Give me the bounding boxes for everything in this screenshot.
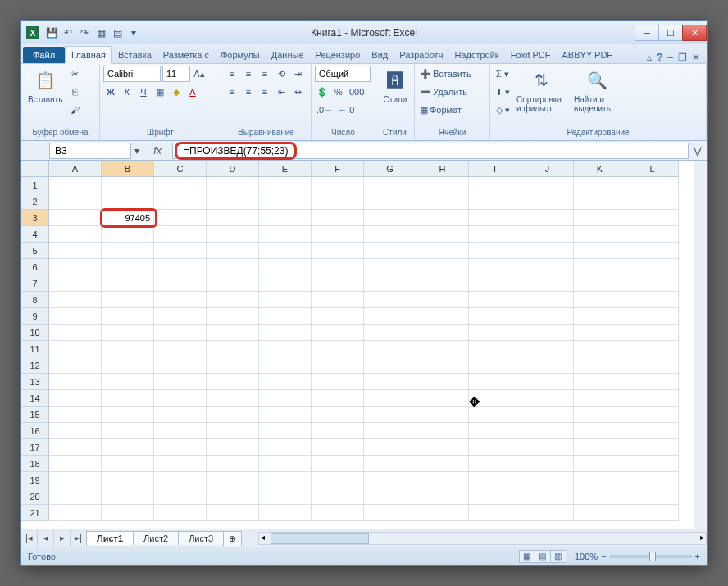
cell[interactable] [49, 472, 102, 488]
sheet-tab[interactable]: Лист1 [86, 531, 134, 545]
cell[interactable] [154, 439, 207, 456]
cell[interactable] [626, 407, 679, 423]
zoom-out-icon[interactable]: − [601, 552, 606, 561]
cell[interactable]: 97405 [102, 210, 154, 226]
cell[interactable] [574, 259, 626, 275]
horizontal-scrollbar[interactable]: ◂ ▸ [258, 532, 707, 545]
cell[interactable] [364, 243, 416, 259]
cell[interactable] [574, 275, 626, 292]
cell[interactable] [154, 259, 207, 275]
bold-icon[interactable]: Ж [103, 84, 118, 100]
cell[interactable] [312, 439, 364, 456]
mdi-restore-icon[interactable]: ❐ [678, 52, 687, 63]
cell[interactable] [521, 472, 574, 488]
cell[interactable] [259, 407, 312, 423]
cell[interactable] [207, 357, 259, 374]
cell[interactable] [259, 210, 312, 226]
tab-foxit[interactable]: Foxit PDF [505, 47, 557, 63]
qat-btn[interactable]: ▤ [110, 25, 125, 40]
cell[interactable] [154, 488, 207, 505]
styles-button[interactable]: 🅰 Стили [379, 66, 412, 106]
cell[interactable] [574, 193, 626, 210]
cell[interactable] [416, 292, 469, 308]
cell[interactable] [259, 325, 312, 341]
align-middle-icon[interactable]: ≡ [241, 66, 256, 82]
row-headers[interactable]: 123456789101112131415161718192021 [21, 177, 49, 529]
cell[interactable] [207, 456, 259, 472]
font-size-combo[interactable]: 11 [162, 66, 190, 82]
cell[interactable] [574, 407, 626, 423]
cell[interactable] [154, 505, 207, 521]
cell[interactable] [469, 325, 521, 341]
cell[interactable] [154, 423, 207, 439]
cell[interactable] [102, 177, 154, 193]
cell[interactable] [626, 456, 679, 472]
cell[interactable] [521, 505, 574, 521]
format-painter-icon[interactable]: 🖌 [67, 102, 82, 118]
cell[interactable] [626, 374, 679, 390]
cell[interactable] [154, 325, 207, 341]
cell[interactable] [416, 472, 469, 488]
cell[interactable] [416, 505, 469, 521]
cell[interactable] [469, 259, 521, 275]
cell[interactable] [259, 423, 312, 439]
minimize-ribbon-icon[interactable]: ▵ [647, 52, 652, 63]
cell[interactable] [259, 308, 312, 325]
cell[interactable] [364, 456, 416, 472]
cell[interactable] [154, 472, 207, 488]
cell[interactable] [102, 292, 154, 308]
cell[interactable] [102, 341, 154, 357]
cell[interactable] [626, 193, 679, 210]
cell[interactable] [416, 488, 469, 505]
tab-addins[interactable]: Надстройк [448, 47, 504, 63]
cell[interactable] [207, 341, 259, 357]
cell[interactable] [521, 292, 574, 308]
cell[interactable] [469, 374, 521, 390]
cell[interactable] [416, 226, 469, 243]
cell[interactable] [207, 423, 259, 439]
cell[interactable] [469, 193, 521, 210]
cell[interactable] [521, 341, 574, 357]
cell[interactable] [626, 472, 679, 488]
cell[interactable] [626, 341, 679, 357]
tab-insert[interactable]: Вставка [112, 47, 157, 63]
tab-abbyy[interactable]: ABBYY PDF [557, 47, 619, 63]
insert-cells-button[interactable]: ➕ Вставить [418, 66, 489, 82]
cell[interactable] [312, 374, 364, 390]
cell[interactable] [154, 357, 207, 374]
autosum-icon[interactable]: Σ ▾ [494, 66, 512, 82]
cell[interactable] [259, 456, 312, 472]
cell[interactable] [364, 193, 416, 210]
cell[interactable] [521, 308, 574, 325]
cell[interactable] [574, 341, 626, 357]
cell[interactable] [469, 177, 521, 193]
cell[interactable] [49, 243, 102, 259]
cell[interactable] [207, 390, 259, 407]
sheet-nav-next-icon[interactable]: ▸ [54, 530, 71, 547]
cell[interactable] [259, 275, 312, 292]
cell[interactable] [469, 243, 521, 259]
cell[interactable] [49, 456, 102, 472]
sort-filter-button[interactable]: ⇅ Сортировка и фильтр [513, 66, 569, 115]
row-header[interactable]: 17 [21, 439, 49, 456]
tab-view[interactable]: Вид [366, 47, 394, 63]
redo-icon[interactable]: ↷ [77, 25, 92, 40]
decrease-decimal-icon[interactable]: ←.0 [336, 102, 356, 118]
tab-home[interactable]: Главная [65, 46, 112, 64]
cell[interactable] [364, 308, 416, 325]
cell[interactable] [521, 177, 574, 193]
cell[interactable] [574, 177, 626, 193]
align-left-icon[interactable]: ≡ [225, 84, 239, 100]
row-header[interactable]: 1 [21, 177, 49, 193]
view-normal-icon[interactable]: ▦ [519, 550, 535, 563]
cell[interactable] [416, 259, 469, 275]
cell[interactable] [469, 275, 521, 292]
col-header[interactable]: L [626, 161, 679, 177]
fill-color-icon[interactable]: ◆ [169, 84, 184, 100]
cell[interactable] [49, 488, 102, 505]
cell[interactable] [574, 456, 626, 472]
cell[interactable] [49, 325, 102, 341]
cell[interactable] [102, 423, 154, 439]
cell[interactable] [364, 407, 416, 423]
zoom-level[interactable]: 100% [575, 552, 598, 561]
